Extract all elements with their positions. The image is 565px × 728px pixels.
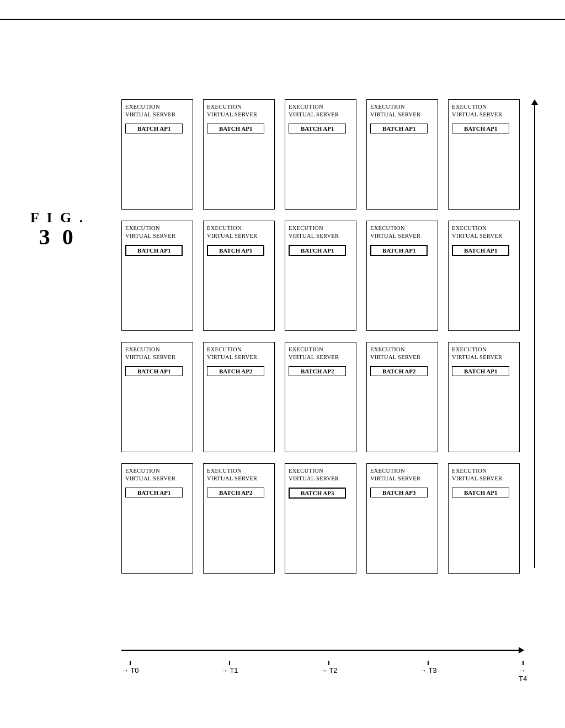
label-execution: EXECUTION bbox=[289, 224, 323, 232]
v-arrow-line bbox=[534, 105, 535, 568]
batch-badge: BATCH AP1 bbox=[289, 245, 346, 256]
batch-badge: BATCH AP1 bbox=[452, 245, 509, 256]
server-box: EXECUTION VIRTUAL SERVER BATCH AP2 bbox=[203, 463, 275, 574]
server-box: EXECUTION VIRTUAL SERVER BATCH AP1 bbox=[366, 99, 438, 210]
label-virtual-server: VIRTUAL SERVER bbox=[125, 232, 175, 240]
time-marker-t2: → T2 bbox=[320, 661, 338, 675]
server-box: EXECUTION VIRTUAL SERVER BATCH AP1 bbox=[203, 99, 275, 210]
server-box: EXECUTION VIRTUAL SERVER BATCH AP3 bbox=[285, 463, 356, 574]
server-box: EXECUTION VIRTUAL SERVER BATCH AP1 bbox=[121, 221, 193, 331]
tick bbox=[229, 661, 230, 665]
server-box: EXECUTION VIRTUAL SERVER BATCH AP1 bbox=[285, 221, 356, 331]
server-box: EXECUTION VIRTUAL SERVER BATCH AP1 bbox=[121, 342, 193, 452]
label-execution: EXECUTION bbox=[452, 103, 487, 111]
batch-badge: BATCH AP3 bbox=[370, 488, 428, 497]
label-virtual-server: VIRTUAL SERVER bbox=[207, 111, 257, 119]
server-box: EXECUTION VIRTUAL SERVER BATCH AP1 bbox=[366, 221, 438, 331]
batch-badge: BATCH AP1 bbox=[452, 488, 509, 497]
server-box: EXECUTION VIRTUAL SERVER BATCH AP1 bbox=[448, 99, 520, 210]
label-execution: EXECUTION bbox=[370, 467, 405, 475]
timeline-arrow-container bbox=[121, 647, 524, 654]
label-virtual-server: VIRTUAL SERVER bbox=[452, 354, 502, 361]
batch-badge: BATCH AP1 bbox=[125, 245, 183, 256]
label-execution: EXECUTION bbox=[452, 224, 487, 232]
server-box: EXECUTION VIRTUAL SERVER BATCH AP1 bbox=[448, 342, 520, 452]
timeline-line bbox=[121, 650, 519, 651]
time-label: → T3 bbox=[419, 666, 437, 675]
server-box: EXECUTION VIRTUAL SERVER BATCH AP3 bbox=[366, 463, 438, 574]
label-execution: EXECUTION bbox=[125, 103, 160, 111]
server-box: EXECUTION VIRTUAL SERVER BATCH AP2 bbox=[285, 342, 356, 452]
label-execution: EXECUTION bbox=[289, 103, 323, 111]
batch-badge: BATCH AP1 bbox=[125, 488, 183, 497]
tick bbox=[428, 661, 429, 665]
label-virtual-server: VIRTUAL SERVER bbox=[452, 232, 502, 240]
time-label: → T2 bbox=[320, 666, 338, 675]
label-virtual-server: VIRTUAL SERVER bbox=[370, 232, 420, 240]
batch-badge: BATCH AP1 bbox=[125, 366, 183, 376]
time-marker-t3: → T3 bbox=[419, 661, 437, 675]
batch-badge: BATCH AP2 bbox=[207, 366, 264, 376]
label-virtual-server: VIRTUAL SERVER bbox=[289, 475, 339, 483]
page-header bbox=[0, 0, 565, 20]
label-execution: EXECUTION bbox=[207, 103, 242, 111]
batch-badge: BATCH AP2 bbox=[289, 366, 346, 376]
label-execution: EXECUTION bbox=[370, 103, 405, 111]
tick bbox=[523, 661, 524, 665]
batch-badge: BATCH AP1 bbox=[125, 124, 183, 133]
label-execution: EXECUTION bbox=[289, 467, 323, 475]
label-virtual-server: VIRTUAL SERVER bbox=[207, 232, 257, 240]
label-virtual-server: VIRTUAL SERVER bbox=[125, 354, 175, 361]
tick bbox=[328, 661, 329, 665]
label-virtual-server: VIRTUAL SERVER bbox=[289, 232, 339, 240]
server-box: EXECUTION VIRTUAL SERVER BATCH AP1 bbox=[448, 463, 520, 574]
server-box: EXECUTION VIRTUAL SERVER BATCH AP2 bbox=[366, 342, 438, 452]
time-label: → T4 bbox=[519, 666, 527, 683]
label-execution: EXECUTION bbox=[452, 346, 487, 354]
label-execution: EXECUTION bbox=[207, 224, 242, 232]
label-execution: EXECUTION bbox=[125, 467, 160, 475]
label-execution: EXECUTION bbox=[207, 467, 242, 475]
server-grid: EXECUTION VIRTUAL SERVER BATCH AP1 EXECU… bbox=[121, 99, 520, 579]
batch-badge: BATCH AP1 bbox=[452, 124, 509, 133]
diagram-area: EXECUTION VIRTUAL SERVER BATCH AP1 EXECU… bbox=[110, 77, 541, 684]
time-label: → T0 bbox=[121, 666, 139, 675]
server-box: EXECUTION VIRTUAL SERVER BATCH AP2 bbox=[203, 342, 275, 452]
label-execution: EXECUTION bbox=[207, 346, 242, 354]
v-arrow-head bbox=[531, 99, 538, 105]
server-box: EXECUTION VIRTUAL SERVER BATCH AP1 bbox=[121, 99, 193, 210]
batch-badge: BATCH AP1 bbox=[289, 124, 346, 133]
time-marker-t4: → T4 bbox=[519, 661, 527, 683]
batch-badge: BATCH AP1 bbox=[370, 124, 428, 133]
label-virtual-server: VIRTUAL SERVER bbox=[370, 475, 420, 483]
server-box: EXECUTION VIRTUAL SERVER BATCH AP1 bbox=[285, 99, 356, 210]
label-execution: EXECUTION bbox=[452, 467, 487, 475]
label-execution: EXECUTION bbox=[370, 224, 405, 232]
label-virtual-server: VIRTUAL SERVER bbox=[370, 111, 420, 119]
server-box: EXECUTION VIRTUAL SERVER BATCH AP1 bbox=[448, 221, 520, 331]
label-execution: EXECUTION bbox=[125, 346, 160, 354]
batch-badge: BATCH AP2 bbox=[207, 488, 264, 497]
time-marker-t0: → T0 bbox=[121, 661, 139, 675]
batch-badge: BATCH AP1 bbox=[452, 366, 509, 376]
label-virtual-server: VIRTUAL SERVER bbox=[452, 475, 502, 483]
batch-badge: BATCH AP3 bbox=[289, 488, 346, 499]
vertical-arrow bbox=[531, 99, 538, 568]
server-box: EXECUTION VIRTUAL SERVER BATCH AP1 bbox=[203, 221, 275, 331]
label-virtual-server: VIRTUAL SERVER bbox=[452, 111, 502, 119]
label-virtual-server: VIRTUAL SERVER bbox=[289, 354, 339, 361]
fig-number: 3 0 bbox=[39, 224, 77, 250]
label-execution: EXECUTION bbox=[370, 346, 405, 354]
batch-badge: BATCH AP1 bbox=[207, 245, 264, 256]
batch-badge: BATCH AP1 bbox=[370, 245, 428, 256]
tick bbox=[130, 661, 131, 665]
label-virtual-server: VIRTUAL SERVER bbox=[125, 475, 175, 483]
time-label: → T1 bbox=[221, 666, 238, 675]
batch-badge: BATCH AP2 bbox=[370, 366, 428, 376]
batch-badge: BATCH AP1 bbox=[207, 124, 264, 133]
label-execution: EXECUTION bbox=[289, 346, 323, 354]
figure-label: F I G . 3 0 bbox=[30, 210, 85, 250]
time-marker-t1: → T1 bbox=[221, 661, 238, 675]
label-virtual-server: VIRTUAL SERVER bbox=[289, 111, 339, 119]
server-box: EXECUTION VIRTUAL SERVER BATCH AP1 bbox=[121, 463, 193, 574]
